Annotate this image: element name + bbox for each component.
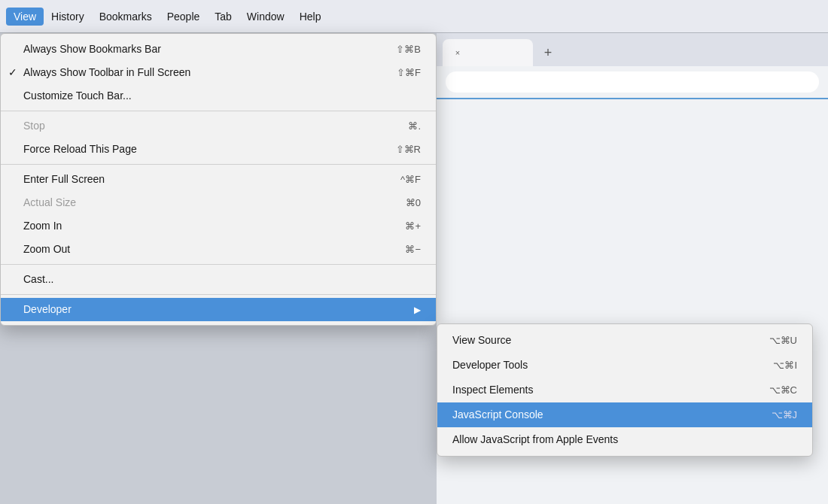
submenu-item-allow-javascript[interactable]: Allow JavaScript from Apple Events bbox=[437, 427, 812, 452]
submenu-item-shortcut: ⌥⌘J bbox=[772, 408, 798, 423]
developer-submenu: View Source⌥⌘UDeveloper Tools⌥⌘IInspect … bbox=[437, 323, 813, 457]
submenu-item-javascript-console[interactable]: JavaScript Console⌥⌘J bbox=[437, 402, 812, 427]
menu-item-enter-fullscreen[interactable]: Enter Full Screen^⌘F bbox=[1, 168, 436, 191]
submenu-item-label: View Source bbox=[452, 332, 511, 348]
submenu-item-label: Inspect Elements bbox=[452, 382, 533, 398]
submenu-item-inspect-elements[interactable]: Inspect Elements⌥⌘C bbox=[437, 378, 812, 402]
menu-item-force-reload[interactable]: Force Reload This Page⇧⌘R bbox=[1, 138, 436, 161]
menu-item-label: Zoom In bbox=[23, 218, 62, 234]
menubar-item-history[interactable]: History bbox=[44, 8, 92, 26]
menubar-item-help[interactable]: Help bbox=[292, 8, 329, 26]
menu-item-shortcut: ⇧⌘B bbox=[396, 42, 421, 57]
menu-item-label: Developer bbox=[23, 302, 72, 317]
address-input[interactable] bbox=[446, 71, 819, 93]
submenu-arrow-icon: ▶ bbox=[414, 303, 421, 317]
menu-item-shortcut: ⌘+ bbox=[405, 219, 421, 234]
menu-item-label: Enter Full Screen bbox=[23, 172, 105, 187]
menu-separator bbox=[1, 164, 436, 165]
menubar-item-tab[interactable]: Tab bbox=[207, 8, 239, 26]
menu-item-label: Actual Size bbox=[23, 195, 76, 211]
menu-item-label: Stop bbox=[23, 118, 45, 134]
menu-item-customize-touch-bar[interactable]: Customize Touch Bar... bbox=[1, 84, 436, 108]
menubar-item-window[interactable]: Window bbox=[239, 8, 292, 26]
menu-separator bbox=[1, 111, 436, 111]
submenu-item-shortcut: ⌥⌘C bbox=[769, 383, 797, 398]
menu-item-shortcut: ⌘0 bbox=[406, 196, 421, 211]
menubar: ViewHistoryBookmarksPeopleTabWindowHelp bbox=[0, 0, 828, 33]
menu-item-label: Always Show Bookmarks Bar bbox=[23, 41, 161, 57]
new-tab-button[interactable]: + bbox=[536, 41, 560, 65]
menu-item-actual-size: Actual Size⌘0 bbox=[1, 191, 436, 214]
menu-item-developer[interactable]: Developer▶ bbox=[1, 298, 436, 321]
submenu-item-shortcut: ⌥⌘I bbox=[773, 358, 797, 373]
menu-item-label: Force Reload This Page bbox=[23, 141, 137, 157]
submenu-item-label: Allow JavaScript from Apple Events bbox=[452, 432, 618, 448]
menu-item-shortcut: ⌘. bbox=[408, 119, 421, 134]
menu-item-stop: Stop⌘. bbox=[1, 114, 436, 138]
menu-item-zoom-out[interactable]: Zoom Out⌘− bbox=[1, 238, 436, 261]
checkmark-icon: ✓ bbox=[8, 65, 17, 80]
menu-item-cast[interactable]: Cast... bbox=[1, 268, 436, 291]
menu-item-always-show-bookmarks[interactable]: Always Show Bookmarks Bar⇧⌘B bbox=[1, 38, 436, 61]
submenu-item-label: JavaScript Console bbox=[452, 407, 543, 423]
menu-item-always-show-toolbar[interactable]: ✓Always Show Toolbar in Full Screen⇧⌘F bbox=[1, 61, 436, 84]
menu-item-shortcut: ^⌘F bbox=[400, 172, 421, 187]
address-bar bbox=[437, 66, 828, 99]
menu-separator bbox=[1, 264, 436, 265]
menubar-item-view[interactable]: View bbox=[6, 8, 44, 26]
menubar-item-bookmarks[interactable]: Bookmarks bbox=[92, 8, 160, 26]
menu-item-label: Cast... bbox=[23, 272, 53, 287]
menubar-item-people[interactable]: People bbox=[160, 8, 208, 26]
menu-separator bbox=[1, 294, 436, 295]
tab-close-icon[interactable]: × bbox=[452, 47, 464, 59]
menu-item-zoom-in[interactable]: Zoom In⌘+ bbox=[1, 214, 436, 238]
browser-tab[interactable]: × bbox=[443, 39, 533, 66]
menu-item-shortcut: ⇧⌘R bbox=[396, 142, 421, 157]
menu-item-label: Zoom Out bbox=[23, 241, 70, 257]
menu-item-shortcut: ⇧⌘F bbox=[397, 65, 421, 80]
submenu-item-view-source[interactable]: View Source⌥⌘U bbox=[437, 328, 812, 353]
submenu-item-shortcut: ⌥⌘U bbox=[769, 333, 797, 348]
menu-item-label: Always Show Toolbar in Full Screen bbox=[23, 65, 190, 80]
menu-item-label: Customize Touch Bar... bbox=[23, 88, 132, 104]
tab-bar: × + bbox=[437, 33, 828, 66]
view-menu: Always Show Bookmarks Bar⇧⌘B✓Always Show… bbox=[0, 33, 437, 326]
submenu-item-label: Developer Tools bbox=[452, 357, 528, 373]
menu-item-shortcut: ⌘− bbox=[405, 242, 421, 257]
submenu-item-developer-tools[interactable]: Developer Tools⌥⌘I bbox=[437, 353, 812, 378]
